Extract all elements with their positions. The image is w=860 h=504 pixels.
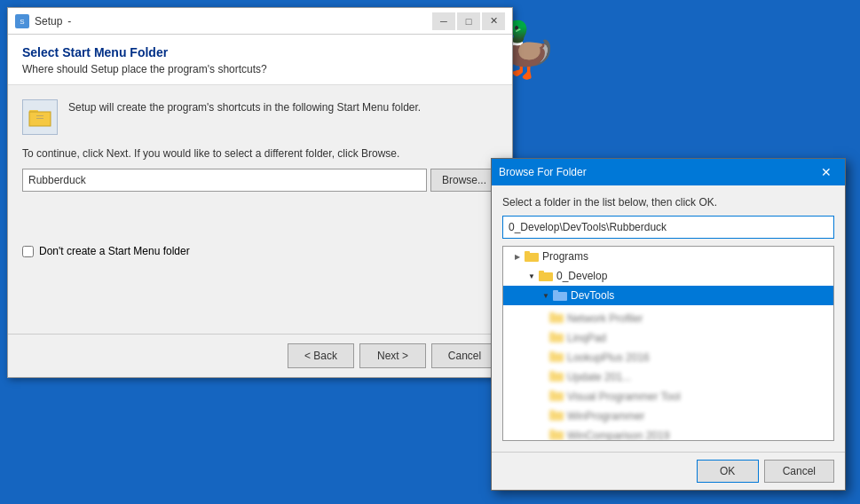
- folder-input-row: Browse...: [22, 169, 498, 192]
- devtools-label: DevTools: [571, 289, 614, 302]
- svg-rect-13: [549, 314, 564, 323]
- blurred-item-4: Update 201...: [503, 367, 833, 387]
- titlebar-controls: ─ □ ✕: [432, 12, 505, 30]
- body-description: Setup will create the program's shortcut…: [68, 99, 421, 115]
- folder-icon-box: [22, 99, 58, 135]
- browse-button[interactable]: Browse...: [430, 169, 498, 192]
- svg-rect-10: [539, 271, 544, 273]
- svg-rect-25: [549, 431, 564, 440]
- checkbox-row: Don't create a Start Menu folder: [22, 245, 498, 257]
- programs-label: Programs: [542, 250, 588, 263]
- develop-label: 0_Develop: [556, 270, 607, 282]
- expand-devtools[interactable]: ▼: [539, 288, 553, 303]
- dialog-close-button[interactable]: ✕: [815, 163, 838, 181]
- svg-rect-22: [549, 390, 555, 393]
- blurred-item-6: WinProgrammer: [503, 406, 833, 426]
- header-subtitle: Where should Setup place the program's s…: [22, 63, 498, 75]
- setup-icon: S: [15, 14, 29, 28]
- dialog-ok-button[interactable]: OK: [697, 460, 759, 483]
- blurred-item-7: WinComparison 2019: [503, 426, 833, 441]
- tree-item-programs[interactable]: ▶ Programs: [503, 247, 833, 266]
- dialog-cancel-button[interactable]: Cancel: [764, 460, 834, 483]
- folder-input[interactable]: [22, 169, 427, 192]
- svg-rect-26: [549, 429, 555, 432]
- svg-rect-16: [549, 332, 555, 335]
- expand-develop[interactable]: ▼: [525, 269, 539, 283]
- svg-rect-17: [549, 353, 564, 362]
- window-title: Setup: [35, 15, 62, 28]
- window-titlebar: S Setup - ─ □ ✕: [8, 8, 512, 35]
- window-footer: < Back Next > Cancel: [8, 334, 512, 377]
- no-start-menu-checkbox[interactable]: [22, 246, 34, 257]
- back-button[interactable]: < Back: [288, 343, 354, 368]
- folder-icon-develop: [539, 270, 553, 282]
- checkbox-label: Don't create a Start Menu folder: [39, 245, 190, 257]
- dialog-body: Select a folder in the list below, then …: [492, 185, 845, 452]
- svg-rect-23: [549, 412, 564, 421]
- close-button[interactable]: ✕: [482, 12, 505, 30]
- svg-rect-19: [549, 373, 564, 382]
- dialog-titlebar: Browse For Folder ✕: [492, 159, 845, 185]
- blurred-item-1: Network Profiler: [503, 309, 833, 328]
- tree-item-devtools[interactable]: ▼ DevTools: [503, 286, 833, 305]
- blurred-item-2: LinqPad: [503, 328, 833, 348]
- svg-rect-8: [525, 251, 530, 254]
- blurred-item-5: Visual Programmer Tool: [503, 387, 833, 406]
- expand-programs[interactable]: ▶: [510, 249, 525, 264]
- folder-icon-programs: [525, 250, 539, 263]
- svg-rect-15: [549, 334, 564, 343]
- blurred-item-3: LookupPlus 2016: [503, 348, 833, 367]
- window-body: Setup will create the program's shortcut…: [8, 85, 512, 334]
- setup-window: S Setup - ─ □ ✕ Select Start Menu Folder…: [7, 7, 513, 378]
- svg-rect-18: [549, 351, 555, 354]
- cancel-button[interactable]: Cancel: [431, 343, 498, 368]
- svg-rect-7: [525, 253, 539, 262]
- continue-text: To continue, click Next. If you would li…: [22, 147, 498, 160]
- dialog-instruction: Select a folder in the list below, then …: [502, 196, 834, 209]
- folder-icon-row: Setup will create the program's shortcut…: [22, 99, 498, 135]
- next-button[interactable]: Next >: [359, 343, 426, 368]
- svg-rect-20: [549, 371, 555, 374]
- svg-rect-6: [36, 118, 43, 119]
- svg-rect-12: [553, 290, 558, 293]
- svg-rect-24: [549, 410, 555, 413]
- tree-item-develop[interactable]: ▼ 0_Develop: [503, 266, 833, 286]
- tree-container[interactable]: ▶ Programs ▼ 0_Develop ▼: [502, 246, 834, 441]
- svg-rect-5: [36, 115, 43, 116]
- svg-rect-9: [539, 272, 553, 281]
- folder-icon-devtools: [553, 289, 567, 302]
- titlebar-left: S Setup -: [15, 14, 71, 28]
- svg-rect-21: [549, 392, 564, 401]
- svg-rect-11: [553, 292, 567, 301]
- dialog-footer: OK Cancel: [492, 452, 845, 490]
- title-dash: -: [67, 15, 71, 28]
- blurred-items: Network Profiler LinqPad LookupPlus 2016…: [503, 305, 833, 441]
- maximize-button[interactable]: □: [457, 12, 480, 30]
- header-title: Select Start Menu Folder: [22, 45, 498, 59]
- browse-dialog: Browse For Folder ✕ Select a folder in t…: [491, 158, 846, 491]
- svg-rect-14: [549, 312, 555, 315]
- minimize-button[interactable]: ─: [432, 12, 455, 30]
- dialog-path-input[interactable]: [502, 216, 834, 239]
- window-header: Select Start Menu Folder Where should Se…: [8, 35, 512, 85]
- svg-text:S: S: [20, 18, 24, 26]
- dialog-title: Browse For Folder: [499, 166, 587, 178]
